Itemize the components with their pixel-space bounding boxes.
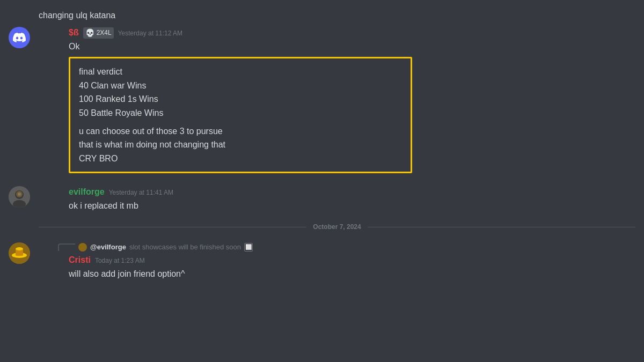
message-ok: Ok [69,41,635,53]
date-divider: October 7, 2024 [39,223,635,232]
verdict-line-5: u can choose out of those 3 to pursue [79,124,402,138]
svg-point-4 [18,193,21,196]
reply-line [58,243,75,251]
verdict-line-6: that is what im doing not changing that [79,138,402,152]
verdict-line-1: final verdict [79,65,402,79]
avatar-sB [9,27,30,48]
continuation-text: changing ulq katana [39,11,115,20]
image-icon: ⬜ [244,243,253,252]
reply-indicator: @evilforge slot showcases will be finish… [58,242,635,252]
timestamp-cristi: Today at 1:23 AM [95,256,145,265]
message-cristi-text: will also add join friend option^ [69,268,635,280]
message-cristi: @evilforge slot showcases will be finish… [39,242,635,280]
verdict-box: final verdict 40 Clan war Wins 100 Ranke… [69,57,412,173]
message-sB: $ß 💀 2X4L Yesterday at 11:12 AM Ok final… [39,27,635,178]
message-header-cristi: Cristi Today at 1:23 AM [69,254,635,266]
skull-icon: 💀 [85,28,94,38]
message-evilforge-text: ok i replaced it mb [69,200,635,212]
reply-avatar-small [78,243,87,252]
badge-sB: 💀 2X4L [83,27,114,39]
username-cristi: Cristi [69,254,91,266]
avatar-evilforge [9,186,30,208]
avatar-cristi [9,242,30,264]
message-header-evilforge: evilforge Yesterday at 11:41 AM [69,186,635,198]
username-sB: $ß [69,27,79,39]
continuation-message: changing ulq katana [39,9,635,23]
verdict-line-7: CRY BRO [79,152,402,166]
reply-text: slot showcases will be finished soon [129,242,241,252]
verdict-line-4: 50 Battle Royale Wins [79,106,402,120]
verdict-line-2: 40 Clan war Wins [79,79,402,93]
message-header-sB: $ß 💀 2X4L Yesterday at 11:12 AM [69,27,635,39]
svg-point-8 [16,247,23,250]
timestamp-sB: Yesterday at 11:12 AM [118,29,182,38]
verdict-line-3: 100 Ranked 1s Wins [79,92,402,106]
message-evilforge: evilforge Yesterday at 11:41 AM ok i rep… [39,186,635,212]
reply-username: @evilforge [90,242,126,252]
badge-text: 2X4L [97,28,112,38]
username-evilforge: evilforge [69,186,105,198]
timestamp-evilforge: Yesterday at 11:41 AM [109,188,173,197]
